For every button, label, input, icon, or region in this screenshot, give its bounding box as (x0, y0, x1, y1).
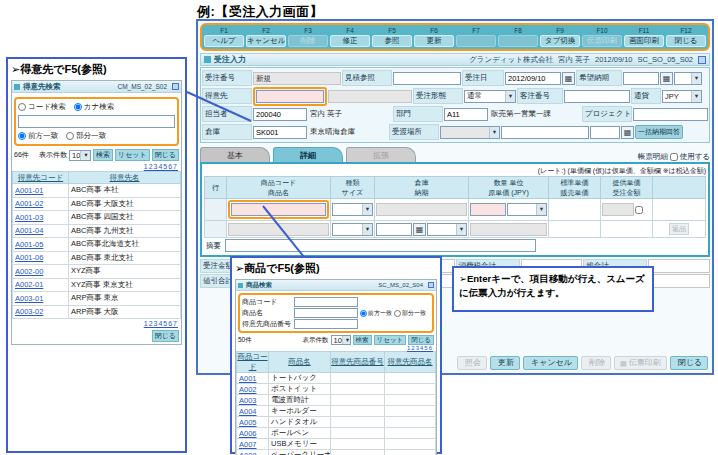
search-panel-button[interactable]: リセット (115, 149, 150, 161)
type-select[interactable] (332, 203, 373, 216)
customer-code-link[interactable]: A002-01 (13, 278, 69, 292)
product-code-link[interactable]: A004 (237, 406, 269, 417)
radio-option[interactable]: 前方一致 (360, 309, 392, 318)
footer-button[interactable]: ▤ 伝票印刷 (614, 356, 667, 370)
customer-code-link[interactable]: A001-02 (13, 197, 69, 211)
radio-option[interactable]: 部分一致 (66, 131, 106, 141)
radio-button[interactable] (74, 103, 82, 111)
staff-code-input[interactable] (253, 108, 307, 121)
dept-code-input[interactable] (444, 108, 488, 121)
search-panel-button[interactable]: 検索 (93, 149, 113, 161)
fkey-button[interactable]: ヘルプ (204, 35, 244, 47)
calendar-icon[interactable] (621, 126, 634, 139)
product-code-link[interactable]: A003 (237, 395, 269, 406)
remark-input[interactable] (225, 239, 536, 252)
customer-order-no-input[interactable] (564, 90, 630, 103)
search-panel-button[interactable]: 閉じる (152, 149, 179, 161)
project-input[interactable] (633, 108, 708, 121)
search-panel-button[interactable]: 閉じる (408, 335, 434, 345)
product-code-link[interactable]: A002 (237, 384, 269, 395)
page-size-select[interactable]: 10 (69, 150, 91, 161)
currency-select[interactable]: JPY (662, 90, 702, 103)
desired-delivery-input[interactable] (623, 72, 659, 85)
column-header[interactable]: 得意先名 (69, 172, 181, 184)
fkey-button[interactable]: 更新 (414, 35, 454, 47)
close-button[interactable]: 閉じる (152, 330, 179, 342)
footer-button[interactable]: キャンセル (523, 356, 578, 370)
delivery-type-select[interactable] (427, 223, 467, 236)
column-header[interactable]: 得意先商品番号 (331, 352, 385, 373)
report-detail-checkbox[interactable] (670, 153, 678, 161)
product-code-link[interactable]: A007 (237, 439, 269, 450)
tab[interactable]: 基本 (200, 147, 270, 162)
delivery-place-input[interactable] (501, 126, 589, 139)
window-menu-icon[interactable] (698, 56, 706, 64)
radio-option[interactable]: カナ検索 (74, 102, 114, 112)
fkey-button[interactable]: 伝票印刷 (582, 35, 622, 47)
page-size-select[interactable]: 10 (331, 335, 351, 345)
radio-button[interactable] (66, 132, 74, 140)
footer-button[interactable]: 照会 (457, 356, 487, 370)
customer-code-link[interactable]: A003-02 (13, 305, 69, 319)
fkey-button[interactable]: 参照 (372, 35, 412, 47)
fkey-button[interactable] (498, 35, 538, 47)
unit-select[interactable] (507, 203, 547, 216)
search-panel-button[interactable]: リセット (374, 335, 407, 345)
column-header[interactable]: 商品名 (269, 352, 331, 373)
delivery-date-input[interactable] (376, 223, 412, 236)
customer-item-input[interactable] (294, 319, 358, 329)
radio-button[interactable] (394, 310, 401, 317)
footer-button[interactable]: 削除 (581, 356, 611, 370)
delivery-place-select[interactable] (440, 126, 500, 139)
window-menu-icon[interactable] (428, 282, 434, 288)
batch-delivery-reply-button[interactable]: 一括納期回答 (635, 125, 683, 139)
tab[interactable]: 詳細 (273, 147, 343, 162)
fkey-button[interactable]: タブ切換 (540, 35, 580, 47)
column-header[interactable]: 商品コード (237, 352, 269, 373)
fkey-button[interactable]: キャンセル (246, 35, 286, 47)
customer-code-link[interactable]: A002-00 (13, 265, 69, 279)
quantity-input[interactable] (470, 203, 506, 216)
column-header[interactable]: 得意先商品名 (385, 352, 436, 373)
pagination-links[interactable]: 1234567 (12, 162, 181, 171)
order-date-input[interactable] (505, 72, 561, 85)
customer-code-link[interactable]: A001-03 (13, 211, 69, 225)
calendar-icon[interactable] (660, 72, 673, 85)
customer-code-input[interactable] (256, 90, 324, 103)
tab[interactable]: 拡張 (346, 147, 416, 162)
customer-code-link[interactable]: A001-04 (13, 224, 69, 238)
customer-code-link[interactable]: A001-05 (13, 238, 69, 252)
product-name-search-input[interactable] (294, 308, 358, 318)
customer-code-link[interactable]: A001-01 (13, 184, 69, 198)
customer-search-input[interactable] (18, 115, 175, 128)
product-code-link[interactable]: A008 (237, 450, 269, 455)
fkey-button[interactable] (456, 35, 496, 47)
reply-date-input[interactable] (590, 126, 620, 139)
size-select[interactable] (332, 223, 373, 236)
radio-button[interactable] (360, 310, 367, 317)
delivery-type-select[interactable] (674, 72, 702, 85)
product-code-link[interactable]: A005 (237, 417, 269, 428)
pagination-links[interactable]: 1234567 (12, 319, 181, 328)
calendar-icon[interactable] (413, 223, 426, 236)
fkey-button[interactable]: 閉じる (666, 35, 706, 47)
footer-button[interactable]: 閉じる (670, 356, 708, 370)
warehouse-code-input[interactable] (253, 126, 307, 139)
fkey-button[interactable]: 修正 (330, 35, 370, 47)
radio-option[interactable]: 部分一致 (394, 309, 426, 318)
column-header[interactable]: 得意先コード (13, 172, 69, 184)
radio-option[interactable]: 前方一致 (18, 131, 58, 141)
product-code-link[interactable]: A001 (237, 373, 269, 384)
fkey-button[interactable]: 削除 (288, 35, 328, 47)
radio-button[interactable] (18, 103, 26, 111)
product-code-search-input[interactable] (294, 297, 358, 307)
window-menu-icon[interactable] (172, 83, 179, 90)
footer-button[interactable]: 更新 (490, 356, 520, 370)
price-checkbox[interactable] (635, 206, 643, 214)
return-button[interactable]: 返品 (669, 223, 689, 235)
quote-ref-input[interactable] (393, 72, 461, 85)
customer-code-link[interactable]: A003-01 (13, 292, 69, 306)
product-code-link[interactable]: A006 (237, 428, 269, 439)
order-type-select[interactable]: 通常 (464, 90, 516, 103)
product-code-input[interactable] (231, 203, 326, 216)
